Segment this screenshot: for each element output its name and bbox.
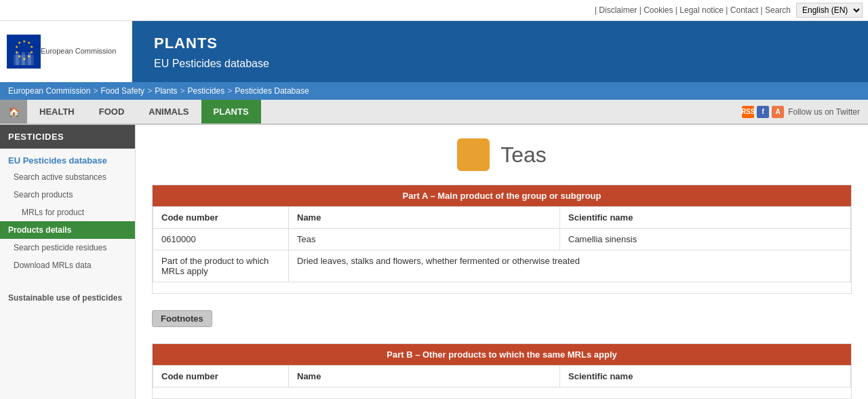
sidebar-item-mrls-product[interactable]: MRLs for product — [0, 204, 135, 221]
nav-food[interactable]: FOOD — [87, 100, 137, 124]
breadcrumb-item-ec[interactable]: European Commission — [8, 86, 90, 96]
disclaimer-link[interactable]: Disclaimer — [599, 5, 637, 15]
sidebar-sustainable-use[interactable]: Sustainable use of pesticides — [0, 288, 135, 305]
contact-link[interactable]: Contact — [730, 5, 758, 15]
part-a-table: Code number Name Scientific name 0610000… — [153, 206, 851, 282]
sidebar-section-label[interactable]: EU Pesticides database — [0, 149, 135, 168]
content-wrapper: PESTICIDES EU Pesticides database Search… — [0, 125, 868, 399]
nav-left: 🏠 HEALTH FOOD ANIMALS PLANTS — [0, 100, 261, 124]
sidebar: PESTICIDES EU Pesticides database Search… — [0, 125, 136, 399]
part-a-header: Part A – Main product of the group or su… — [153, 185, 851, 206]
breadcrumb-item-food[interactable]: Food Safety — [100, 86, 144, 96]
social-icons: RSS f A — [742, 106, 784, 118]
name-cell: Teas — [289, 229, 560, 250]
svg-text:★: ★ — [22, 39, 26, 43]
ec-text: European Commission — [41, 46, 116, 56]
sci-cell: Camellia sinensis — [560, 229, 851, 250]
part-b-header: Part B – Other products to which the sam… — [153, 344, 851, 365]
svg-text:★: ★ — [15, 45, 18, 49]
sidebar-item-search-products[interactable]: Search products — [0, 186, 135, 204]
col-b-code-header: Code number — [153, 366, 289, 387]
header: ★ ★ ★ ★ ★ ★ ★ ★ ★ ★ European Commission … — [0, 21, 868, 82]
part-b-section: Part B – Other products to which the sam… — [152, 343, 852, 399]
svg-text:★: ★ — [30, 45, 33, 49]
svg-rect-14 — [28, 52, 31, 65]
svg-text:★: ★ — [18, 41, 21, 45]
breadcrumb-sep-4: > — [227, 86, 232, 96]
section-title: PLANTS — [143, 26, 857, 55]
sidebar-item-pesticide-residues[interactable]: Search pesticide residues — [0, 239, 135, 256]
sidebar-item-active-substances[interactable]: Search active substances — [0, 168, 135, 186]
eu-flag-icon: ★ ★ ★ ★ ★ ★ ★ ★ ★ ★ — [7, 35, 41, 69]
col-code-header: Code number — [153, 207, 289, 229]
nav-health[interactable]: HEALTH — [27, 100, 87, 124]
product-icon — [457, 138, 490, 171]
code-cell: 0610000 — [153, 229, 289, 250]
header-title-area: PLANTS EU Pesticides database — [132, 21, 868, 82]
nav-plants[interactable]: PLANTS — [201, 100, 261, 124]
footnotes-a-container: Footnotes — [152, 305, 852, 332]
cookies-link[interactable]: Cookies — [644, 5, 673, 15]
part-label-cell: Part of the product to which MRLs apply — [153, 250, 289, 282]
page-title: Teas — [500, 142, 547, 168]
footnotes-a-button[interactable]: Footnotes — [152, 310, 212, 327]
twitter-icon[interactable]: A — [772, 106, 784, 118]
top-bar: | Disclaimer | Cookies | Legal notice | … — [0, 0, 868, 21]
part-b-header-row: Code number Name Scientific name — [153, 366, 851, 387]
part-value-cell: Dried leaves, stalks and flowers, whethe… — [289, 250, 851, 282]
page-header: Teas — [152, 138, 852, 171]
rss-icon[interactable]: RSS — [742, 106, 754, 118]
svg-rect-13 — [22, 52, 25, 65]
col-b-name-header: Name — [289, 366, 560, 387]
sidebar-title: PESTICIDES — [0, 125, 135, 149]
language-select[interactable]: English (EN) — [796, 3, 863, 18]
table-row-part: Part of the product to which MRLs apply … — [153, 250, 851, 282]
topbar-links: | Disclaimer | Cookies | Legal notice | … — [595, 5, 791, 15]
breadcrumb-item-plants[interactable]: Plants — [155, 86, 177, 96]
nav-right: RSS f A Follow us on Twitter — [742, 100, 868, 124]
sidebar-item-download-mrls[interactable]: Download MRLs data — [0, 256, 135, 274]
col-b-sci-header: Scientific name — [560, 366, 851, 387]
breadcrumb-item-db[interactable]: Pesticides Database — [235, 86, 309, 96]
european-commission-label: European Commission — [41, 47, 116, 55]
col-sci-header: Scientific name — [560, 207, 851, 229]
logo-area: ★ ★ ★ ★ ★ ★ ★ ★ ★ ★ European Commission — [0, 21, 132, 82]
svg-rect-12 — [16, 52, 19, 65]
breadcrumb: European Commission > Food Safety > Plan… — [0, 82, 868, 100]
main-nav: 🏠 HEALTH FOOD ANIMALS PLANTS RSS f A Fol… — [0, 100, 868, 125]
db-title: EU Pesticides database — [143, 55, 857, 77]
social-label: Follow us on Twitter — [788, 107, 860, 117]
search-link[interactable]: Search — [765, 5, 791, 15]
table-row: 0610000 Teas Camellia sinensis — [153, 229, 851, 250]
breadcrumb-sep-3: > — [180, 86, 185, 96]
part-a-section: Part A – Main product of the group or su… — [152, 185, 852, 294]
breadcrumb-sep-2: > — [147, 86, 152, 96]
facebook-icon[interactable]: f — [757, 106, 769, 118]
col-name-header: Name — [289, 207, 560, 229]
part-a-header-row: Code number Name Scientific name — [153, 207, 851, 229]
breadcrumb-sep-1: > — [93, 86, 98, 96]
sidebar-item-products-details[interactable]: Products details — [0, 221, 135, 239]
nav-animals[interactable]: ANIMALS — [136, 100, 201, 124]
legal-link[interactable]: Legal notice — [679, 5, 724, 15]
main-content: Teas Part A – Main product of the group … — [136, 125, 868, 399]
breadcrumb-item-pesticides[interactable]: Pesticides — [188, 86, 225, 96]
home-button[interactable]: 🏠 — [0, 100, 27, 124]
part-b-table: Code number Name Scientific name — [153, 365, 851, 387]
